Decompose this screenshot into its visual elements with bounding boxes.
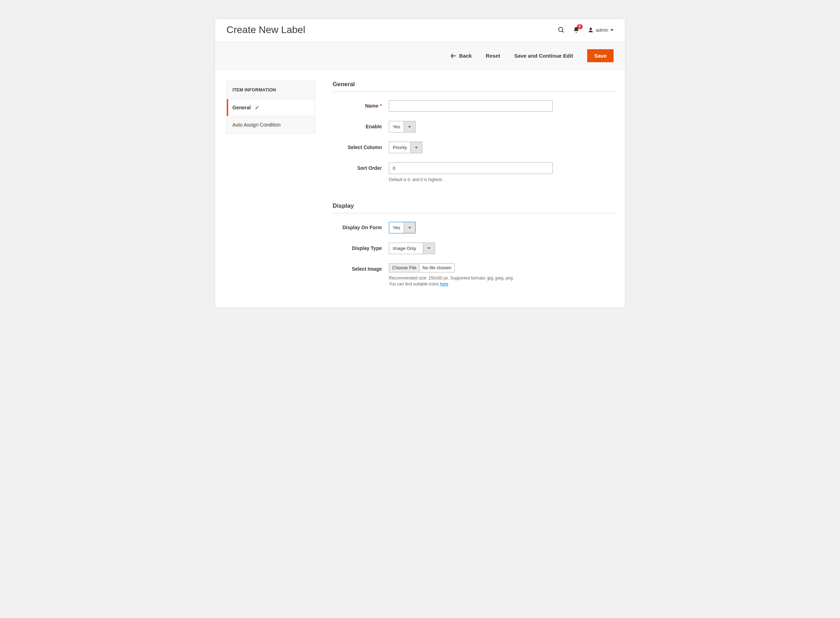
form-area: General Name* Enable Yes (333, 81, 617, 296)
row-sort-order: Sort Order Default is 0, and 0 is highes… (333, 162, 617, 183)
required-marker: * (380, 103, 382, 108)
display-on-form-select[interactable]: Yes (389, 222, 416, 233)
label-select-image: Select Image (333, 263, 389, 272)
caret-down-icon (410, 142, 422, 153)
select-value: Priority (389, 142, 410, 153)
sidebar: ITEM INFORMATION General Auto Assign Con… (226, 81, 315, 134)
pencil-icon (255, 105, 259, 110)
sidebar-item-label: General (232, 105, 251, 110)
save-button[interactable]: Save (587, 49, 614, 62)
save-continue-button[interactable]: Save and Continue Edit (514, 53, 573, 59)
svg-point-2 (589, 28, 592, 30)
notification-badge: 6 (577, 24, 583, 29)
enable-select[interactable]: Yes (389, 121, 416, 132)
label-display-on-form: Display On Form (333, 222, 389, 230)
select-column-select[interactable]: Priority (389, 142, 422, 153)
content: ITEM INFORMATION General Auto Assign Con… (215, 70, 625, 307)
sidebar-item-general[interactable]: General (227, 99, 315, 116)
select-value: Image Only (389, 243, 423, 254)
label-sort-order: Sort Order (333, 162, 389, 171)
label-select-column: Select Column (333, 142, 389, 150)
sidebar-item-auto-assign[interactable]: Auto Assign Condition (227, 116, 315, 133)
caret-down-icon (404, 121, 415, 132)
row-display-on-form: Display On Form Yes (333, 222, 617, 233)
label-enable: Enable (333, 121, 389, 129)
sidebar-title: ITEM INFORMATION (227, 81, 315, 99)
search-icon[interactable] (557, 26, 565, 34)
sort-order-input[interactable] (389, 162, 553, 174)
reset-button[interactable]: Reset (486, 53, 500, 59)
user-icon (587, 27, 594, 33)
row-select-image: Select Image Choose File No file chosen … (333, 263, 617, 287)
back-button[interactable]: Back (451, 53, 472, 59)
name-input[interactable] (389, 100, 553, 112)
notifications-icon[interactable]: 6 (573, 26, 580, 33)
icons-link[interactable]: here (440, 282, 448, 287)
sidebar-item-label: Auto Assign Condition (232, 122, 281, 128)
row-select-column: Select Column Priority (333, 142, 617, 153)
row-enable: Enable Yes (333, 121, 617, 132)
caret-down-icon (610, 28, 614, 32)
page-container: Create New Label 6 admin Back Reset Save… (215, 19, 625, 307)
label-name: Name* (333, 100, 389, 108)
page-title: Create New Label (226, 24, 305, 36)
section-title-display: Display (333, 202, 617, 213)
user-label: admin (596, 27, 608, 33)
section-title-general: General (333, 81, 617, 92)
caret-up-icon (404, 222, 415, 233)
sort-order-help: Default is 0, and 0 is highest. (389, 177, 607, 183)
svg-line-1 (562, 31, 563, 32)
user-menu[interactable]: admin (587, 27, 614, 33)
arrow-left-icon (451, 53, 456, 58)
choose-file-button[interactable]: Choose File (389, 264, 419, 272)
row-display-type: Display Type Image Only (333, 242, 617, 254)
page-header: Create New Label 6 admin (215, 19, 625, 42)
display-type-select[interactable]: Image Only (389, 242, 435, 254)
label-display-type: Display Type (333, 242, 389, 251)
select-value: Yes (389, 121, 404, 132)
svg-point-0 (558, 27, 563, 32)
caret-down-icon (423, 243, 434, 254)
row-name: Name* (333, 100, 617, 112)
image-help: Recommended size: 150x50 px. Supported f… (389, 275, 607, 287)
action-bar: Back Reset Save and Continue Edit Save (215, 42, 625, 70)
select-value: Yes (389, 222, 404, 233)
file-input[interactable]: Choose File No file chosen (389, 263, 455, 272)
header-tools: 6 admin (557, 26, 614, 34)
file-status-text: No file chosen (419, 264, 454, 272)
